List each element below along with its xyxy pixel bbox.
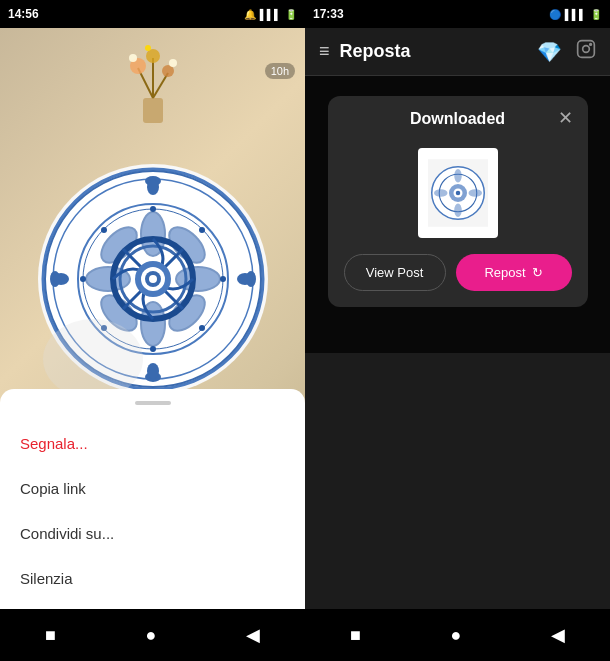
svg-point-5 [146, 49, 160, 63]
left-story-area: 10h [0, 28, 305, 609]
modal-overlay: Downloaded ✕ [305, 76, 610, 353]
modal-close-button[interactable]: ✕ [554, 106, 578, 130]
svg-point-7 [129, 54, 137, 62]
menu-icon[interactable]: ≡ [319, 41, 330, 62]
right-signal-icon: ▌▌▌ [565, 9, 586, 20]
left-status-bar: 14:56 🔔 ▌▌▌ 🔋 [0, 0, 305, 28]
bottom-sheet-item-copia[interactable]: Copia link [0, 466, 305, 511]
right-time: 17:33 [313, 7, 344, 21]
repost-icon: ↻ [532, 265, 543, 280]
svg-point-17 [147, 363, 159, 379]
right-main-content [305, 353, 610, 610]
modal-title: Downloaded [410, 110, 505, 128]
left-status-icons: 🔔 ▌▌▌ 🔋 [244, 9, 297, 20]
svg-point-58 [434, 189, 448, 197]
plate-image [33, 159, 273, 399]
left-nav-back[interactable]: ◀ [246, 624, 260, 646]
left-notification-icon: 🔔 [244, 9, 256, 20]
repost-button[interactable]: Repost ↻ [456, 254, 572, 291]
svg-point-19 [53, 273, 69, 285]
bottom-sheet-item-condividi[interactable]: Condividi su... [0, 511, 305, 556]
right-phone-panel: 17:33 🔵 ▌▌▌ 🔋 ≡ Reposta 💎 [305, 0, 610, 661]
modal-actions: View Post Repost ↻ [328, 254, 588, 307]
svg-point-45 [199, 325, 205, 331]
svg-line-3 [153, 73, 168, 98]
repost-label: Repost [484, 265, 525, 280]
svg-point-21 [237, 273, 253, 285]
right-nav-square[interactable]: ■ [350, 625, 361, 646]
svg-point-15 [147, 179, 159, 195]
right-status-icons: 🔵 ▌▌▌ 🔋 [549, 9, 602, 20]
right-nav-bar: ■ ● ◀ [305, 609, 610, 661]
svg-point-41 [220, 276, 226, 282]
svg-point-8 [145, 45, 151, 51]
svg-point-55 [455, 191, 460, 196]
svg-rect-0 [143, 98, 163, 123]
downloaded-modal: Downloaded ✕ [328, 96, 588, 307]
diamond-icon[interactable]: 💎 [537, 40, 562, 64]
app-title: Reposta [340, 41, 411, 62]
svg-point-9 [169, 59, 177, 67]
app-header-left: ≡ Reposta [319, 41, 411, 62]
svg-point-40 [80, 276, 86, 282]
instagram-icon[interactable] [576, 39, 596, 64]
right-status-bar: 17:33 🔵 ▌▌▌ 🔋 [305, 0, 610, 28]
story-username-bar: 10h [265, 63, 295, 79]
svg-point-56 [454, 169, 462, 183]
right-nav-back[interactable]: ◀ [551, 624, 565, 646]
svg-point-46 [43, 319, 143, 399]
svg-point-37 [149, 275, 157, 283]
left-nav-bar: ■ ● ◀ [0, 609, 305, 661]
right-bluetooth-icon: 🔵 [549, 9, 561, 20]
svg-point-43 [199, 227, 205, 233]
svg-point-49 [590, 44, 592, 46]
app-header-right: 💎 [537, 39, 596, 64]
svg-rect-47 [578, 41, 595, 58]
right-battery-icon: 🔋 [590, 9, 602, 20]
svg-point-59 [468, 189, 482, 197]
modal-image-area [328, 138, 588, 254]
bottom-sheet-item-segnala[interactable]: Segnala... [0, 421, 305, 466]
bottom-sheet-handle [135, 401, 171, 405]
left-phone-panel: 14:56 🔔 ▌▌▌ 🔋 [0, 0, 305, 661]
svg-point-48 [583, 46, 590, 53]
modal-thumbnail [418, 148, 498, 238]
story-username: 10h [265, 63, 295, 79]
svg-point-39 [150, 346, 156, 352]
left-time: 14:56 [8, 7, 39, 21]
svg-point-38 [150, 206, 156, 212]
left-nav-square[interactable]: ■ [45, 625, 56, 646]
view-post-button[interactable]: View Post [344, 254, 446, 291]
left-signal-icon: ▌▌▌ [260, 9, 281, 20]
app-header: ≡ Reposta 💎 [305, 28, 610, 76]
bottom-sheet-item-silenzia[interactable]: Silenzia [0, 556, 305, 601]
thumbnail-image [428, 158, 488, 228]
left-battery-icon: 🔋 [285, 9, 297, 20]
plant-decoration [113, 38, 193, 128]
svg-point-57 [454, 204, 462, 218]
left-nav-circle[interactable]: ● [146, 625, 157, 646]
modal-header: Downloaded ✕ [328, 96, 588, 138]
svg-point-42 [101, 227, 107, 233]
bottom-sheet: Segnala... Copia link Condividi su... Si… [0, 389, 305, 609]
right-nav-circle[interactable]: ● [451, 625, 462, 646]
plate-container [10, 149, 295, 409]
